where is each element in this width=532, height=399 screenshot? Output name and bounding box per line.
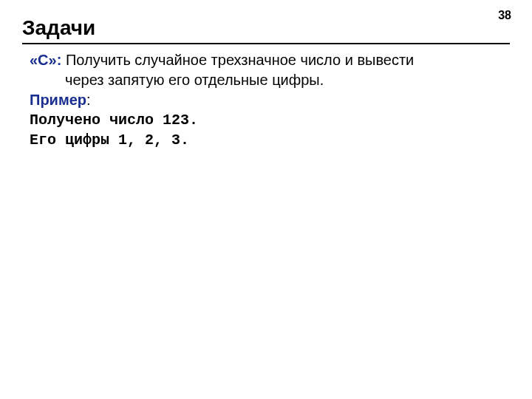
example-output-1: Получено число 123. (30, 110, 502, 130)
task-line-1: «С»: Получить случайное трехзначное числ… (30, 50, 502, 70)
task-text-1: Получить случайное трехзначное число и в… (61, 52, 414, 68)
page-number: 38 (498, 9, 511, 22)
example-label-line: Пример: (30, 90, 502, 110)
task-text-2: через запятую его отдельные цифры. (65, 72, 324, 88)
page-title: Задачи (22, 16, 95, 40)
slide: 38 Задачи «С»: Получить случайное трехзн… (0, 0, 532, 399)
title-rule (22, 43, 510, 44)
example-colon: : (86, 92, 91, 108)
example-label: Пример (30, 92, 86, 108)
task-line-2: через запятую его отдельные цифры. (65, 70, 502, 90)
slide-body: «С»: Получить случайное трехзначное числ… (30, 50, 502, 150)
task-label: «С»: (30, 52, 61, 68)
example-output-2: Его цифры 1, 2, 3. (30, 130, 502, 150)
